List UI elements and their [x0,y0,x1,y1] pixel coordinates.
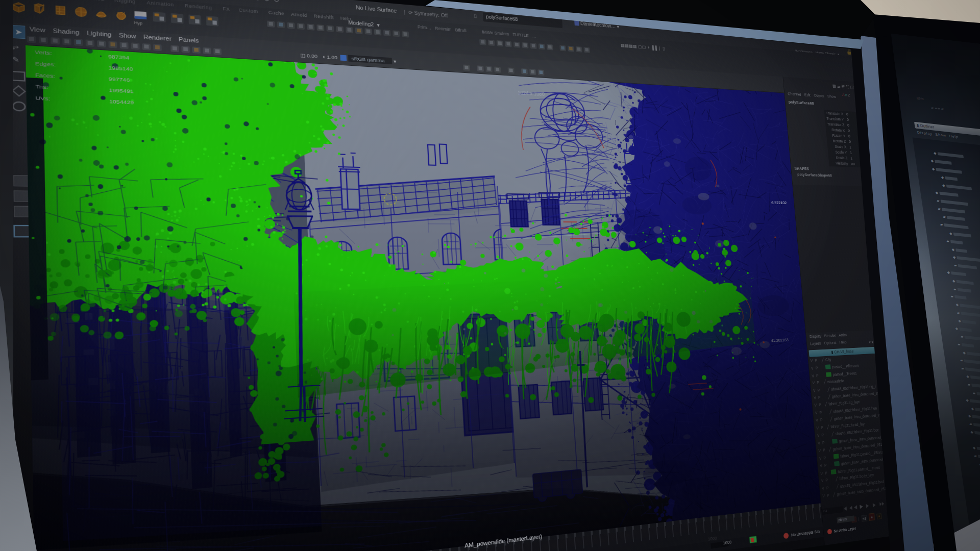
svg-text:1054429: 1054429 [109,98,134,106]
svg-text:Edges:: Edges: [35,60,56,68]
svg-text:987394: 987394 [108,54,130,61]
svg-text:Hyp: Hyp [134,21,143,26]
svg-text:997746: 997746 [109,76,130,83]
svg-text:Verts:: Verts: [35,49,52,56]
svg-text:Tris:: Tris: [35,83,48,90]
svg-text:Faces:: Faces: [35,72,55,79]
svg-text:1995491: 1995491 [109,87,134,95]
svg-text:UVs:: UVs: [36,95,51,102]
svg-text:41.282163: 41.282163 [771,338,789,343]
